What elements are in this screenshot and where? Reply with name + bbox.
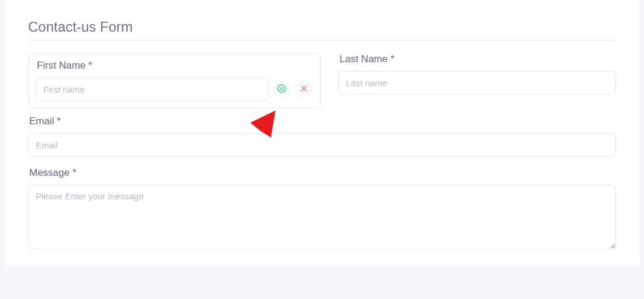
row-message: Message *: [28, 167, 616, 249]
message-input[interactable]: [28, 185, 616, 249]
first-name-input-row: [36, 77, 313, 101]
first-name-label: First Name *: [36, 60, 313, 72]
message-label: Message *: [28, 167, 616, 179]
email-label: Email *: [28, 115, 616, 127]
close-icon: [300, 84, 308, 94]
last-name-input[interactable]: [338, 71, 616, 94]
last-name-input-row: [338, 71, 616, 94]
email-input-row: [28, 133, 616, 157]
field-first-name[interactable]: First Name *: [28, 53, 321, 108]
message-input-row: [28, 185, 616, 249]
field-email[interactable]: Email *: [28, 115, 616, 157]
field-message[interactable]: Message *: [28, 167, 616, 249]
delete-button[interactable]: [294, 80, 313, 98]
email-input[interactable]: [28, 133, 616, 157]
settings-button[interactable]: [272, 80, 291, 98]
divider: [28, 40, 616, 40]
form-title: Contact-us Form: [28, 19, 616, 35]
last-name-label: Last Name *: [338, 53, 616, 65]
gear-icon: [277, 84, 286, 95]
field-last-name[interactable]: Last Name *: [338, 53, 616, 108]
first-name-input[interactable]: [36, 77, 269, 101]
row-email: Email *: [28, 115, 616, 157]
svg-point-0: [280, 87, 283, 90]
form-container: Contact-us Form First Name *: [5, 0, 639, 266]
row-names: First Name *: [28, 53, 616, 108]
